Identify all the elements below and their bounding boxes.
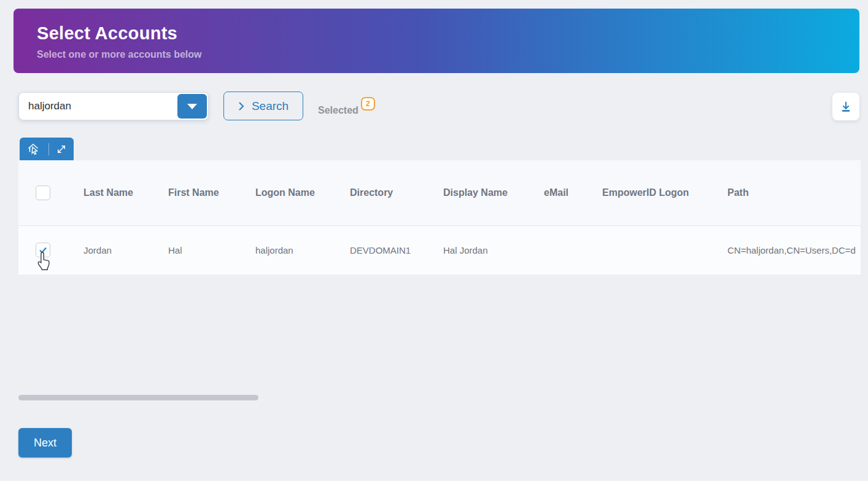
select-pointer-icon[interactable]	[26, 142, 41, 157]
next-button[interactable]: Next	[18, 428, 72, 458]
horizontal-scrollbar-thumb[interactable]	[18, 395, 258, 400]
expand-icon[interactable]	[56, 144, 67, 155]
search-button-label: Search	[252, 99, 289, 113]
accounts-table: Last Name First Name Logon Name Director…	[18, 160, 861, 275]
column-header-first-name[interactable]: First Name	[168, 160, 255, 225]
cell-logon-name: haljordan	[255, 225, 350, 275]
cell-display-name: Hal Jordan	[443, 225, 544, 275]
search-input[interactable]	[19, 93, 177, 120]
row-checkbox-checked[interactable]	[36, 243, 50, 257]
column-header-directory[interactable]: Directory	[350, 160, 443, 225]
search-combobox	[18, 92, 209, 120]
table-header-row: Last Name First Name Logon Name Director…	[18, 160, 861, 225]
column-header-empowerid-logon[interactable]: EmpowerID Logon	[602, 160, 727, 225]
chevron-right-icon	[238, 101, 244, 111]
cell-email	[544, 225, 602, 275]
column-header-display-name[interactable]: Display Name	[443, 160, 544, 225]
column-header-last-name[interactable]: Last Name	[83, 160, 168, 225]
bottom-strip	[0, 481, 868, 487]
page-subtitle: Select one or more accounts below	[37, 49, 859, 60]
cell-first-name: Hal	[168, 225, 255, 275]
toolbar-divider	[48, 143, 49, 155]
column-header-email[interactable]: eMail	[544, 160, 602, 225]
chevron-down-icon	[187, 104, 197, 109]
grid-toolbar	[20, 138, 74, 160]
search-button[interactable]: Search	[223, 92, 303, 120]
cell-last-name: Jordan	[83, 225, 168, 275]
page-header-banner: Select Accounts Select one or more accou…	[14, 9, 859, 73]
selected-count-badge: 2	[361, 97, 375, 111]
cell-directory: DEVDOMAIN1	[350, 225, 443, 275]
cell-empowerid-logon	[602, 225, 727, 275]
column-header-path[interactable]: Path	[727, 160, 861, 225]
selected-counter: Selected 2	[318, 97, 375, 116]
selected-label: Selected	[318, 105, 358, 116]
column-header-logon-name[interactable]: Logon Name	[255, 160, 350, 225]
search-dropdown-button[interactable]	[177, 94, 207, 119]
download-icon	[839, 100, 853, 114]
page-title: Select Accounts	[37, 23, 859, 44]
table-row[interactable]: Jordan Hal haljordan DEVDOMAIN1 Hal Jord…	[18, 225, 861, 275]
download-button[interactable]	[832, 93, 859, 120]
cell-path: CN=haljordan,CN=Users,DC=d	[727, 225, 861, 275]
select-all-checkbox[interactable]	[36, 185, 50, 200]
checkmark-icon	[38, 245, 48, 255]
